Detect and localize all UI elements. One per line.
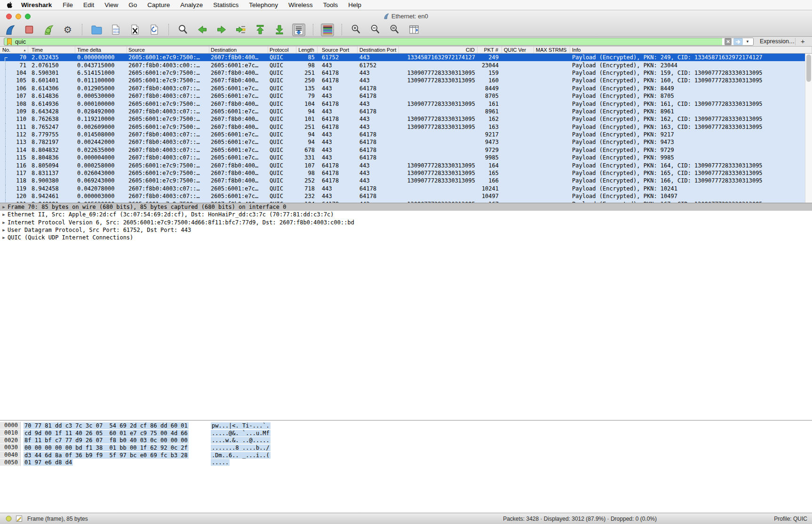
- hex-ascii[interactable]: .......8 ....b../: [211, 445, 271, 451]
- column-header-protocol[interactable]: Protocol: [268, 47, 296, 53]
- hex-bytes[interactable]: cd 9d 00 1f 11 40 26 05 60 01 e7 c9 75 0…: [21, 430, 211, 437]
- packet-row-104[interactable]: 1048.5903016.5141510002605:6001:e7c9:750…: [0, 69, 812, 77]
- packet-row-116[interactable]: 1168.8050940.0002580002605:6001:e7c9:750…: [0, 161, 812, 169]
- column-header-source[interactable]: Source: [127, 47, 209, 53]
- hex-row-0050[interactable]: 005001 97 e6 d8 d4.....: [0, 459, 812, 466]
- packet-row-71[interactable]: 712.0761500.0437150002607:f8b0:4003:c00:…: [0, 61, 812, 69]
- zoom-in-button[interactable]: [350, 24, 363, 36]
- packet-row-117[interactable]: 1178.8311370.0260430002605:6001:e7c9:750…: [0, 169, 812, 177]
- open-capture-button[interactable]: [90, 24, 103, 36]
- capture-options-button[interactable]: ⚙: [61, 24, 74, 36]
- column-header-max-strms[interactable]: MAX STRMS: [534, 47, 570, 53]
- apple-logo-icon[interactable]: [7, 1, 13, 8]
- hex-row-0000[interactable]: 000070 77 81 dd c3 7c 3c 07 54 69 2d cf …: [0, 422, 812, 429]
- packet-bytes-pane[interactable]: 000070 77 81 dd c3 7c 3c 07 54 69 2d cf …: [0, 420, 812, 513]
- disclosure-triangle-icon[interactable]: ▶: [0, 205, 8, 209]
- hex-ascii[interactable]: .Dm..6.. _...i..(: [211, 452, 271, 459]
- display-filter-field[interactable]: ✕ ▼: [4, 38, 754, 46]
- go-last-packet-button[interactable]: [273, 24, 286, 36]
- packet-list-pane[interactable]: 702.0324350.0000000002605:6001:e7c9:7500…: [0, 54, 812, 203]
- column-header-time-delta[interactable]: Time delta: [75, 47, 127, 53]
- menu-statistics[interactable]: Statistics: [208, 1, 244, 8]
- go-first-packet-button[interactable]: [254, 24, 267, 36]
- hex-ascii[interactable]: ....w.&. ..@.....: [211, 437, 271, 444]
- filter-history-dropdown-icon[interactable]: ▼: [745, 40, 750, 44]
- column-header-cid[interactable]: CID: [399, 47, 478, 53]
- packet-row-114[interactable]: 1148.8048320.0226350002607:f8b0:4003:c07…: [0, 146, 812, 154]
- packet-row-106[interactable]: 1068.6143060.0129050002607:f8b0:4003:c07…: [0, 85, 812, 92]
- close-capture-button[interactable]: [128, 24, 142, 36]
- packet-row-112[interactable]: 1128.7797550.0145080002607:f8b0:4003:c07…: [0, 131, 812, 138]
- save-capture-button[interactable]: 01010110: [109, 24, 122, 36]
- display-filter-input[interactable]: [15, 39, 722, 45]
- packet-row-113[interactable]: 1138.7821970.0024420002607:f8b0:4003:c07…: [0, 138, 812, 146]
- packet-details-pane[interactable]: ▶Frame 70: 85 bytes on wire (680 bits), …: [0, 203, 812, 420]
- detail-row-1[interactable]: ▶Ethernet II, Src: Apple_69:2d:cf (3c:07…: [0, 211, 812, 218]
- stop-capture-button[interactable]: [23, 24, 36, 36]
- packet-row-118[interactable]: 1188.9003800.0692430002605:6001:e7c9:750…: [0, 177, 812, 184]
- go-forward-button[interactable]: [215, 24, 228, 36]
- detail-row-4[interactable]: ▶QUIC (Quick UDP Internet Connections): [0, 234, 812, 241]
- expression-button[interactable]: Expression…: [760, 38, 795, 45]
- expert-info-icon[interactable]: [6, 516, 12, 522]
- packet-row-70[interactable]: 702.0324350.0000000002605:6001:e7c9:7500…: [0, 54, 812, 61]
- start-capture-button[interactable]: [3, 24, 16, 36]
- column-header-time[interactable]: Time: [28, 47, 75, 53]
- hex-bytes[interactable]: 70 77 81 dd c3 7c 3c 07 54 69 2d cf 86 d…: [21, 422, 211, 429]
- menu-wireless[interactable]: Wireless: [283, 1, 318, 8]
- filter-apply-icon[interactable]: [733, 38, 743, 45]
- status-profile[interactable]: Profile: QUIC: [774, 516, 807, 522]
- detail-row-2[interactable]: ▶Internet Protocol Version 6, Src: 2605:…: [0, 219, 812, 226]
- disclosure-triangle-icon[interactable]: ▶: [0, 220, 8, 225]
- packet-row-111[interactable]: 1118.7652470.0026090002605:6001:e7c9:750…: [0, 123, 812, 131]
- disclosure-triangle-icon[interactable]: ▶: [0, 235, 8, 240]
- zoom-reset-button[interactable]: [388, 24, 401, 36]
- reload-capture-button[interactable]: [148, 24, 161, 36]
- auto-scroll-toggle[interactable]: [292, 24, 305, 36]
- menu-go[interactable]: Go: [123, 1, 142, 8]
- menu-tools[interactable]: Tools: [318, 1, 343, 8]
- go-to-packet-button[interactable]: [234, 24, 247, 36]
- menu-help[interactable]: Help: [343, 1, 366, 8]
- filter-bookmark-icon[interactable]: [7, 38, 12, 46]
- column-header-no[interactable]: No.▲: [0, 47, 28, 53]
- hex-bytes[interactable]: 00 00 00 00 00 bd f1 38 01 bb 00 1f 62 9…: [21, 445, 211, 451]
- zoom-out-button[interactable]: [369, 24, 382, 36]
- menu-capture[interactable]: Capture: [142, 1, 175, 8]
- packet-row-108[interactable]: 1088.6149360.0001000002605:6001:e7c9:750…: [0, 100, 812, 107]
- packet-row-110[interactable]: 1108.7626380.1192100002605:6001:e7c9:750…: [0, 115, 812, 123]
- column-header-pkt[interactable]: PKT #: [478, 47, 502, 53]
- column-header-destination[interactable]: Destination: [209, 47, 268, 53]
- menu-analyze[interactable]: Analyze: [175, 1, 208, 8]
- disclosure-triangle-icon[interactable]: ▶: [0, 212, 8, 217]
- hex-bytes[interactable]: 8f 11 bf c7 77 d9 26 07 f8 b0 40 03 0c 0…: [21, 437, 211, 444]
- packet-row-115[interactable]: 1158.8048360.0000040002607:f8b0:4003:c07…: [0, 154, 812, 161]
- column-header-destination-port[interactable]: Destination Port: [358, 47, 399, 53]
- scrollbar-thumb[interactable]: [806, 55, 811, 82]
- column-header-length[interactable]: Length: [296, 47, 318, 53]
- restart-capture-button[interactable]: [42, 24, 55, 36]
- hex-row-0020[interactable]: 00208f 11 bf c7 77 d9 26 07 f8 b0 40 03 …: [0, 437, 812, 444]
- column-header-quic-ver[interactable]: QUIC Ver: [502, 47, 534, 53]
- menu-telephony[interactable]: Telephony: [244, 1, 283, 8]
- menu-view[interactable]: View: [99, 1, 123, 8]
- menu-file[interactable]: File: [57, 1, 78, 8]
- disclosure-triangle-icon[interactable]: ▶: [0, 228, 8, 232]
- filter-clear-icon[interactable]: ✕: [724, 38, 732, 45]
- column-header-info[interactable]: Info: [570, 47, 812, 53]
- packet-row-119[interactable]: 1198.9424580.0420780002607:f8b0:4003:c07…: [0, 185, 812, 192]
- hex-ascii[interactable]: .....@&. `...u.Mf: [211, 430, 271, 437]
- resize-columns-button[interactable]: [407, 24, 421, 36]
- add-filter-button[interactable]: +: [801, 37, 805, 45]
- packet-list-scrollbar[interactable]: [805, 54, 812, 203]
- menu-wireshark[interactable]: Wireshark: [16, 1, 57, 8]
- detail-row-0[interactable]: ▶Frame 70: 85 bytes on wire (680 bits), …: [0, 203, 812, 211]
- detail-row-3[interactable]: ▶User Datagram Protocol, Src Port: 61752…: [0, 226, 812, 234]
- packet-row-105[interactable]: 1058.6014010.0111000002605:6001:e7c9:750…: [0, 77, 812, 84]
- menu-edit[interactable]: Edit: [78, 1, 99, 8]
- colorize-toggle[interactable]: [321, 24, 334, 36]
- packet-row-107[interactable]: 1078.6148360.0005300002607:f8b0:4003:c07…: [0, 92, 812, 100]
- find-packet-button[interactable]: [176, 24, 190, 36]
- go-back-button[interactable]: [196, 24, 209, 36]
- hex-row-0030[interactable]: 003000 00 00 00 00 bd f1 38 01 bb 00 1f …: [0, 444, 812, 452]
